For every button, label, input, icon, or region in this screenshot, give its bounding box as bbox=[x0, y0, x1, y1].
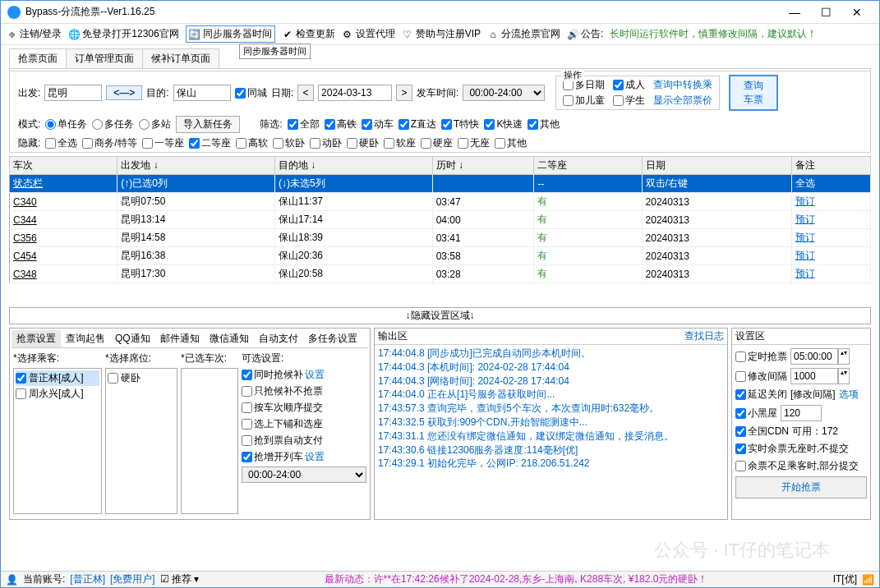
query-button[interactable]: 查询 车票 bbox=[729, 75, 778, 111]
start-button[interactable]: 开始抢票 bbox=[735, 476, 867, 498]
date-prev[interactable]: < bbox=[297, 85, 314, 101]
check-icon: ✔ bbox=[282, 29, 293, 40]
table-row[interactable]: C356昆明14:58保山18:3903:41有20240313预订 bbox=[10, 229, 871, 247]
recommend-dropdown[interactable]: ☑ 推荐 ▾ bbox=[160, 572, 200, 586]
donate-vip[interactable]: ♡赞助与注册VIP bbox=[402, 27, 481, 41]
open-12306[interactable]: 🌐免登录打开12306官网 bbox=[68, 27, 178, 41]
filter-other[interactable]: 其他 bbox=[528, 117, 560, 131]
close-button[interactable]: ✕ bbox=[841, 2, 873, 22]
output-body[interactable]: 17:44:04.8 [同步成功]已完成自动同步本机时间。17:44:04.3 … bbox=[375, 345, 727, 519]
hide-settings-bar[interactable]: ↓隐藏设置区域↓ bbox=[9, 307, 871, 324]
proxy-settings[interactable]: ⚙设置代理 bbox=[342, 27, 395, 41]
mode-multi[interactable]: 多任务 bbox=[92, 117, 134, 131]
date-next[interactable]: > bbox=[396, 85, 412, 101]
table-row[interactable]: C454昆明16:38保山20:3603:58有20240313预订 bbox=[10, 247, 871, 265]
swap-button[interactable]: <—> bbox=[106, 85, 142, 100]
table-row[interactable]: C340昆明07:50保山11:3703:47有20240313预订 bbox=[10, 193, 871, 211]
seat-list[interactable]: 硬卧 bbox=[105, 368, 177, 514]
hide-yw[interactable]: 硬卧 bbox=[347, 136, 379, 150]
opt-time[interactable]: 00:00-24:00 bbox=[242, 466, 366, 483]
panel-tab[interactable]: 邮件通知 bbox=[155, 330, 205, 347]
sync-time[interactable]: 🔄同步服务器时间 bbox=[186, 25, 275, 43]
table-header[interactable]: 出发地 ↓ bbox=[117, 157, 275, 175]
hide-dw[interactable]: 动卧 bbox=[310, 136, 342, 150]
black-input[interactable] bbox=[781, 405, 822, 421]
account-type[interactable]: [免费用户] bbox=[110, 572, 155, 586]
black-check[interactable]: 小黑屋 bbox=[735, 407, 777, 420]
filter-all[interactable]: 全部 bbox=[288, 117, 320, 131]
panel-tab[interactable]: QQ通知 bbox=[110, 330, 155, 347]
panel-tab[interactable]: 抢票设置 bbox=[12, 330, 61, 347]
filter-kk[interactable]: K快速 bbox=[484, 117, 523, 131]
depart-input[interactable] bbox=[44, 85, 102, 101]
same-city-check[interactable]: 同城 bbox=[235, 86, 267, 100]
table-header[interactable]: 备注 bbox=[791, 157, 870, 175]
official-site[interactable]: ⌂分流抢票官网 bbox=[487, 27, 560, 41]
date-input[interactable] bbox=[318, 85, 392, 101]
maximize-button[interactable]: ☐ bbox=[810, 2, 841, 22]
hide-rz[interactable]: 软座 bbox=[384, 136, 416, 150]
tab-orders[interactable]: 订单管理页面 bbox=[66, 48, 143, 68]
account-link[interactable]: [普正林] bbox=[70, 572, 105, 586]
transfer-link[interactable]: 查询中转换乘 bbox=[653, 78, 712, 92]
hide-yz[interactable]: 硬座 bbox=[421, 136, 453, 150]
opt-autopay[interactable]: 抢到票自动支付 bbox=[242, 434, 366, 448]
child-check[interactable]: 加儿童 bbox=[563, 94, 605, 108]
table-header[interactable]: 日期 bbox=[642, 157, 791, 175]
check-update[interactable]: ✔检查更新 bbox=[282, 27, 335, 41]
table-header[interactable]: 二等座 bbox=[534, 157, 642, 175]
minimize-button[interactable]: — bbox=[779, 2, 810, 22]
adult-check[interactable]: 成人 bbox=[613, 78, 645, 92]
app-logo bbox=[7, 6, 21, 19]
student-check[interactable]: 学生 bbox=[613, 94, 645, 108]
rt-check[interactable]: 实时余票无座时,不提交 bbox=[735, 442, 849, 456]
mode-station[interactable]: 多站 bbox=[139, 117, 171, 131]
opt-seq[interactable]: 按车次顺序提交 bbox=[242, 401, 366, 415]
hide-other[interactable]: 其他 bbox=[495, 136, 527, 150]
interval-check[interactable]: 修改间隔 bbox=[735, 370, 787, 384]
globe-icon: 🌐 bbox=[68, 29, 80, 40]
filter-tk[interactable]: T特快 bbox=[441, 117, 479, 131]
table-row[interactable]: C344昆明13:14保山17:1404:00有20240313预订 bbox=[10, 211, 871, 229]
panel-tab[interactable]: 多任务设置 bbox=[303, 330, 362, 347]
delay-check[interactable]: 延迟关闭 bbox=[735, 388, 787, 402]
show-price-link[interactable]: 显示全部票价 bbox=[653, 94, 712, 108]
table-header[interactable]: 历时 ↓ bbox=[432, 157, 534, 175]
table-header[interactable]: 目的地 ↓ bbox=[274, 157, 432, 175]
hide-gr[interactable]: 高软 bbox=[236, 136, 268, 150]
selected-trains[interactable] bbox=[181, 368, 238, 514]
cdn-check[interactable]: 全国CDN bbox=[735, 425, 789, 439]
tab-grab[interactable]: 抢票页面 bbox=[9, 48, 67, 68]
hide-wz[interactable]: 无座 bbox=[458, 136, 490, 150]
logout-login[interactable]: ⎆注销/登录 bbox=[6, 27, 62, 41]
hide-y2[interactable]: 二等座 bbox=[189, 136, 231, 150]
filter-zd[interactable]: Z直达 bbox=[399, 117, 436, 131]
filter-dc[interactable]: 动车 bbox=[362, 117, 394, 131]
opt-only-hb[interactable]: 只抢候补不抢票 bbox=[242, 384, 366, 398]
mode-single[interactable]: 单任务 bbox=[45, 117, 87, 131]
find-log[interactable]: 查找日志 bbox=[684, 329, 724, 343]
table-header[interactable]: 车次 bbox=[10, 157, 117, 175]
opt-addtrain[interactable]: 抢增开列车 设置 bbox=[242, 450, 366, 464]
dest-input[interactable] bbox=[173, 85, 231, 101]
insuf-check[interactable]: 余票不足乘客时,部分提交 bbox=[735, 459, 859, 473]
filter-gt[interactable]: 高铁 bbox=[325, 117, 357, 131]
interval-input[interactable] bbox=[790, 368, 838, 384]
timed-check[interactable]: 定时抢票 bbox=[735, 350, 787, 364]
opt-bunk[interactable]: 选上下铺和选座 bbox=[242, 417, 366, 431]
passenger-item: 普正林[成人] bbox=[16, 370, 99, 386]
import-task[interactable]: 导入新任务 bbox=[176, 116, 240, 133]
time-select[interactable]: 00:00-24:00 bbox=[463, 85, 545, 101]
opt-hb[interactable]: 同时抢候补 设置 bbox=[242, 368, 366, 382]
passenger-list[interactable]: 普正林[成人] 周永兴[成人] bbox=[13, 368, 102, 514]
tab-waitlist[interactable]: 候补订单页面 bbox=[142, 48, 219, 68]
table-row[interactable]: C348昆明17:30保山20:5803:28有20240313预订 bbox=[10, 265, 871, 283]
hide-y1[interactable]: 一等座 bbox=[142, 136, 184, 150]
panel-tab[interactable]: 查询起售 bbox=[61, 330, 110, 347]
hide-sw[interactable]: 商务/特等 bbox=[82, 136, 136, 150]
panel-tab[interactable]: 微信通知 bbox=[205, 330, 254, 347]
hide-all[interactable]: 全选 bbox=[45, 136, 77, 150]
panel-tab[interactable]: 自动支付 bbox=[254, 330, 303, 347]
hide-rw[interactable]: 软卧 bbox=[273, 136, 305, 150]
timed-input[interactable] bbox=[790, 348, 838, 365]
